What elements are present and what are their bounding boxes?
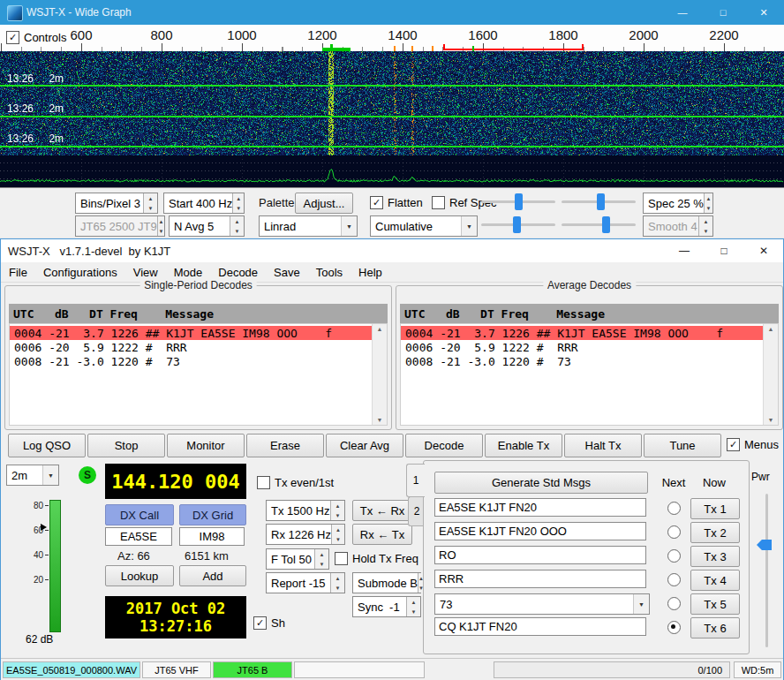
bins-pixel-spinner[interactable]: Bins/Pixel 3 ▲▼ <box>75 193 158 214</box>
scroll-down-icon[interactable]: ▼ <box>377 417 383 423</box>
maximize-button[interactable]: □ <box>703 0 743 25</box>
decode-row[interactable]: 0004 -21 3.7 1226 ## K1JT EA5SE IM98 OOO… <box>10 326 372 340</box>
rx-freq-spinner[interactable]: Rx 1226 Hz ▲▼ <box>266 524 345 545</box>
slider-handle[interactable] <box>597 193 605 210</box>
gain2-slider[interactable] <box>481 215 555 235</box>
submode-spinner[interactable]: Submode B ▲▼ <box>352 572 421 593</box>
flatten-checkbox[interactable]: Flatten <box>370 196 423 209</box>
scroll-up-icon[interactable]: ▲ <box>768 326 774 332</box>
menu-help[interactable]: Help <box>351 262 390 282</box>
sync-spinner[interactable]: Sync -1 ▲▼ <box>352 596 421 617</box>
maximize-button[interactable]: □ <box>704 239 744 262</box>
add-button[interactable]: Add <box>179 565 246 586</box>
zero-slider[interactable] <box>562 193 636 212</box>
rx-from-tx-button[interactable]: Rx ← Tx <box>352 524 412 545</box>
adjust-button[interactable]: Adjust... <box>295 193 353 214</box>
band-combo[interactable]: 2m ▼ <box>6 465 59 486</box>
minimize-button[interactable]: — <box>664 239 705 262</box>
tx4-message-input[interactable] <box>434 570 646 588</box>
tx3-next-radio[interactable] <box>667 549 681 563</box>
close-button[interactable]: ✕ <box>743 0 784 25</box>
slider-handle[interactable] <box>513 216 521 233</box>
waterfall[interactable] <box>0 51 784 155</box>
tx2-next-radio[interactable] <box>667 525 681 539</box>
slider-handle[interactable] <box>602 216 610 233</box>
pwr-slider-handle[interactable] <box>757 540 772 550</box>
gain-slider[interactable] <box>481 193 555 212</box>
tx-from-rx-button[interactable]: Tx ← Rx <box>352 500 412 521</box>
menu-file[interactable]: File <box>1 262 35 282</box>
tx6-message-input[interactable] <box>434 617 646 636</box>
dx-grid-input[interactable] <box>179 527 245 546</box>
minimize-button[interactable]: — <box>662 0 703 25</box>
controls-checkbox[interactable]: Controls <box>6 31 66 44</box>
menus-checkbox[interactable]: Menus <box>727 438 779 451</box>
spin-arrows[interactable]: ▲▼ <box>330 573 344 593</box>
tx1-next-radio[interactable] <box>667 502 681 515</box>
decode-row[interactable]: 0008 -21 -3.0 1220 # 73 <box>10 354 372 368</box>
decode-button[interactable]: Decode <box>405 434 483 457</box>
spin-arrows[interactable]: ▲▼ <box>330 501 344 520</box>
dx-grid-button[interactable]: DX Grid <box>179 504 246 525</box>
spec-spinner[interactable]: Spec 25 % ▲▼ <box>643 193 713 214</box>
spin-arrows[interactable]: ▲▼ <box>314 549 328 569</box>
tx-freq-spinner[interactable]: Tx 1500 Hz ▲▼ <box>266 500 345 521</box>
scrollbar[interactable]: ▲▼ <box>372 324 387 425</box>
spin-arrows[interactable]: ▲▼ <box>230 216 244 236</box>
clear-avg-button[interactable]: Clear Avg <box>326 434 403 457</box>
tx1-message-input[interactable] <box>434 498 646 517</box>
decode-row[interactable]: 0008 -21 -3.0 1220 # 73 <box>401 354 763 368</box>
sh-checkbox[interactable]: Sh <box>253 616 285 630</box>
monitor-button[interactable]: Monitor <box>167 434 245 457</box>
close-button[interactable]: ✕ <box>743 239 784 262</box>
menu-tools[interactable]: Tools <box>308 262 351 282</box>
decode-row[interactable]: 0006 -20 5.9 1222 # RRR <box>401 340 763 354</box>
spin-arrows[interactable]: ▲▼ <box>143 193 157 213</box>
n-avg-spinner[interactable]: N Avg 5 ▲▼ <box>169 215 245 237</box>
tx6-next-radio[interactable] <box>667 621 681 634</box>
pwr-slider-track[interactable] <box>765 494 768 647</box>
slider-handle[interactable] <box>515 193 523 210</box>
dx-call-button[interactable]: DX Call <box>105 504 174 525</box>
tx2-message-input[interactable] <box>434 522 646 540</box>
menu-save[interactable]: Save <box>266 262 308 282</box>
generate-std-msgs-button[interactable]: Generate Std Msgs <box>434 472 648 494</box>
tx4-next-radio[interactable] <box>667 573 681 586</box>
log-qso-button[interactable]: Log QSO <box>8 434 86 457</box>
hold-tx-freq-checkbox[interactable]: Hold Tx Freq <box>335 552 418 565</box>
tx1-now-button[interactable]: Tx 1 <box>690 498 740 519</box>
dx-call-input[interactable] <box>105 527 172 546</box>
enable-tx-button[interactable]: Enable Tx <box>485 434 562 457</box>
lookup-button[interactable]: Lookup <box>105 565 174 586</box>
spin-arrows[interactable]: ▲▼ <box>232 193 244 213</box>
f-tol-spinner[interactable]: F Tol 50 ▲▼ <box>266 548 329 570</box>
tab-1[interactable]: 1 <box>406 464 425 497</box>
start-freq-spinner[interactable]: Start 400 Hz ▲▼ <box>163 193 245 214</box>
spin-arrows[interactable]: ▲▼ <box>331 525 344 544</box>
tx4-now-button[interactable]: Tx 4 <box>690 570 740 591</box>
tune-button[interactable]: Tune <box>644 434 721 457</box>
tx-even-checkbox[interactable]: Tx even/1st <box>257 476 334 489</box>
tx6-now-button[interactable]: Tx 6 <box>690 617 740 638</box>
stop-button[interactable]: Stop <box>87 434 165 457</box>
zero2-slider[interactable] <box>562 215 636 235</box>
spin-arrows[interactable]: ▲▼ <box>406 597 420 616</box>
tx3-now-button[interactable]: Tx 3 <box>690 546 740 567</box>
tx5-now-button[interactable]: Tx 5 <box>690 593 740 615</box>
decode-row[interactable]: 0004 -21 3.7 1226 ## K1JT EA5SE IM98 OOO… <box>401 326 763 340</box>
scroll-down-icon[interactable]: ▼ <box>768 417 774 423</box>
scrollbar[interactable]: ▲▼ <box>763 324 778 425</box>
palette-combo[interactable]: Linrad ▼ <box>259 215 358 237</box>
halt-tx-button[interactable]: Halt Tx <box>564 434 642 457</box>
scroll-up-icon[interactable]: ▲ <box>377 326 383 332</box>
spin-arrows[interactable]: ▲▼ <box>704 193 712 213</box>
tx3-message-input[interactable] <box>434 546 646 564</box>
frequency-scale[interactable]: Controls 600 800 1000 1200 1400 1600 180… <box>0 25 784 52</box>
decode-row[interactable]: 0006 -20 5.9 1222 # RRR <box>10 340 372 354</box>
display-mode-combo[interactable]: Cumulative ▼ <box>370 215 478 237</box>
tx2-now-button[interactable]: Tx 2 <box>690 522 740 543</box>
tx5-message-combo[interactable]: 73 ▼ <box>434 593 650 615</box>
tx5-next-radio[interactable] <box>667 597 681 610</box>
report-spinner[interactable]: Report -15 ▲▼ <box>266 572 345 593</box>
menu-configurations[interactable]: Configurations <box>35 262 125 282</box>
